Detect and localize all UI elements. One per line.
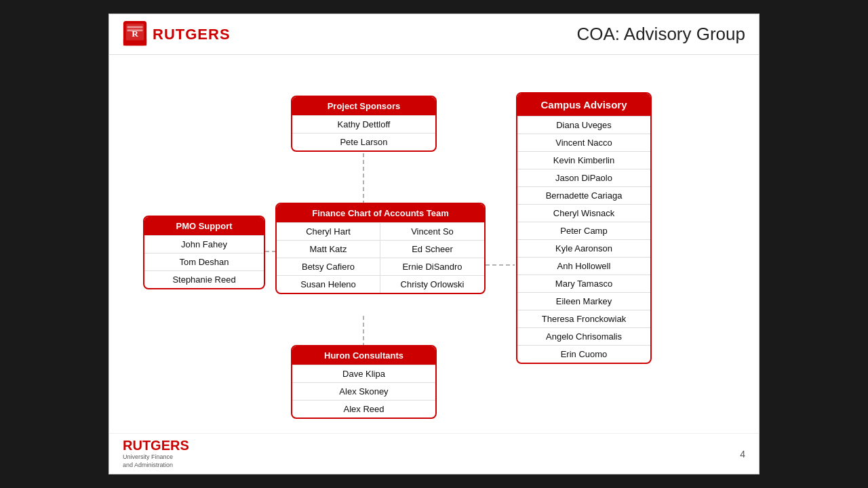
huron-box: Huron Consultants Dave Klipa Alex Skoney… bbox=[291, 345, 437, 419]
campus-jason: Jason DiPaolo bbox=[517, 169, 650, 186]
finance-team-body: Cheryl Hart Vincent So Matt Katz Ed Sche… bbox=[277, 222, 484, 293]
content-area: Project Sponsors Kathy Dettloff Pete Lar… bbox=[109, 55, 759, 433]
footer-rutgers-text: RUTGERS bbox=[123, 438, 189, 453]
finance-susan: Susan Heleno bbox=[277, 275, 380, 293]
page-number: 4 bbox=[740, 449, 745, 460]
campus-vincent: Vincent Nacco bbox=[517, 134, 650, 151]
footer: RUTGERS University Finance and Administr… bbox=[109, 433, 759, 474]
finance-cheryl: Cheryl Hart bbox=[277, 222, 380, 240]
header: R RUTGERS COA: Advisory Group bbox=[109, 14, 759, 55]
pmo-support-header: PMO Support bbox=[144, 217, 264, 235]
finance-betsy: Betsy Cafiero bbox=[277, 258, 380, 275]
huron-body: Dave Klipa Alex Skoney Alex Reed bbox=[292, 365, 435, 418]
huron-alex-s: Alex Skoney bbox=[292, 382, 435, 400]
pmo-support-box: PMO Support John Fahey Tom Deshan Stepha… bbox=[143, 216, 265, 289]
campus-kevin: Kevin Kimberlin bbox=[517, 151, 650, 169]
finance-vincent: Vincent So bbox=[380, 222, 484, 240]
project-sponsors-body: Kathy Dettloff Pete Larson bbox=[292, 115, 435, 150]
footer-sub1: University Finance bbox=[123, 453, 189, 462]
pmo-tom: Tom Deshan bbox=[144, 253, 264, 270]
finance-team-header: Finance Chart of Accounts Team bbox=[277, 204, 484, 222]
footer-logo-area: RUTGERS University Finance and Administr… bbox=[123, 438, 189, 469]
finance-ernie: Ernie DiSandro bbox=[380, 258, 484, 275]
campus-mary: Mary Tamasco bbox=[517, 274, 650, 292]
footer-sub2: and Administration bbox=[123, 462, 189, 470]
campus-anh: Anh Hollowell bbox=[517, 257, 650, 274]
finance-christy: Christy Orlowski bbox=[380, 275, 484, 293]
huron-header: Huron Consultants bbox=[292, 346, 435, 365]
svg-rect-6 bbox=[127, 29, 143, 31]
page-title: COA: Advisory Group bbox=[576, 24, 745, 45]
project-sponsors-box: Project Sponsors Kathy Dettloff Pete Lar… bbox=[291, 96, 437, 152]
campus-advisory-body: Diana Uveges Vincent Nacco Kevin Kimberl… bbox=[517, 116, 650, 363]
campus-kyle: Kyle Aaronson bbox=[517, 239, 650, 257]
logo-area: R RUTGERS bbox=[123, 21, 231, 48]
campus-angelo: Angelo Chrisomalis bbox=[517, 327, 650, 345]
pmo-stephanie: Stephanie Reed bbox=[144, 270, 264, 288]
svg-rect-5 bbox=[127, 26, 143, 28]
slide: R RUTGERS COA: Advisory Group Project Sp… bbox=[108, 14, 760, 474]
pmo-support-body: John Fahey Tom Deshan Stephanie Reed bbox=[144, 235, 264, 288]
rutgers-shield-icon: R bbox=[123, 21, 147, 48]
finance-matt: Matt Katz bbox=[277, 240, 380, 258]
campus-advisory-box: Campus Advisory Diana Uveges Vincent Nac… bbox=[516, 92, 652, 364]
campus-bernadette: Bernadette Cariaga bbox=[517, 186, 650, 204]
campus-advisory-header: Campus Advisory bbox=[517, 94, 650, 116]
pmo-john: John Fahey bbox=[144, 235, 264, 253]
campus-theresa: Theresa Fronckowiak bbox=[517, 310, 650, 327]
sponsor-pete: Pete Larson bbox=[292, 133, 435, 150]
sponsor-kathy: Kathy Dettloff bbox=[292, 115, 435, 133]
huron-alex-r: Alex Reed bbox=[292, 400, 435, 418]
campus-eileen: Eileen Markey bbox=[517, 292, 650, 310]
campus-erin: Erin Cuomo bbox=[517, 345, 650, 363]
finance-team-box: Finance Chart of Accounts Team Cheryl Ha… bbox=[275, 203, 486, 294]
project-sponsors-header: Project Sponsors bbox=[292, 97, 435, 115]
finance-ed: Ed Scheer bbox=[380, 240, 484, 258]
huron-dave: Dave Klipa bbox=[292, 365, 435, 382]
rutgers-logo-text: RUTGERS bbox=[153, 26, 231, 43]
campus-peter: Peter Camp bbox=[517, 222, 650, 239]
campus-cheryl-w: Cheryl Wisnack bbox=[517, 204, 650, 222]
campus-diana: Diana Uveges bbox=[517, 116, 650, 134]
